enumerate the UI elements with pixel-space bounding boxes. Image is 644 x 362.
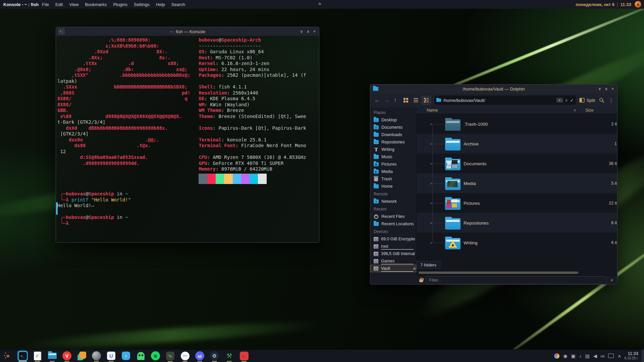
menubar-item-plugins[interactable]: Plugins (113, 2, 127, 7)
search-icon[interactable] (599, 98, 604, 103)
close-button[interactable]: × (611, 86, 614, 91)
filter-close-icon[interactable]: × (609, 278, 614, 283)
menubar-item-edit[interactable]: Edit (55, 2, 63, 7)
tray-expander-icon[interactable]: ∧ (618, 354, 621, 358)
display-icon[interactable] (608, 354, 614, 358)
keyboard-layout-indicator[interactable]: us (601, 354, 605, 358)
place-writing[interactable]: TWriting (370, 146, 416, 153)
menubar-item-help[interactable]: Help (156, 2, 165, 7)
file-row-trash-1000[interactable]: ›.Trash-10002 it (417, 114, 617, 134)
place-network[interactable]: Network (370, 198, 416, 205)
place-root[interactable]: root (370, 243, 416, 250)
menubar-item-settings[interactable]: Settings (134, 2, 150, 7)
expand-arrow-icon[interactable]: › (430, 122, 432, 126)
place-games[interactable]: Games (370, 257, 416, 265)
expand-arrow-icon[interactable]: › (430, 221, 432, 225)
location-bar[interactable]: /home/bubovax/Vault/ × ∨ ✓ (434, 96, 576, 105)
location-confirm-icon[interactable]: ✓ (570, 98, 574, 103)
color-picker-icon[interactable] (554, 353, 559, 359)
column-header[interactable]: Name ∧ Size (417, 107, 617, 114)
taskbar-steam[interactable]: ⚙ (209, 351, 220, 361)
taskbar-system-monitor[interactable]: ∿ (165, 351, 175, 361)
user-avatar[interactable]: ♟ (635, 1, 641, 8)
expand-arrow-icon[interactable]: › (430, 161, 432, 166)
file-row-writing[interactable]: ›Writing6 it (417, 233, 617, 252)
minimize-button[interactable]: ∨ (598, 86, 601, 91)
menubar-clock[interactable]: понеделник, окт 6 | 11:33 (576, 2, 631, 7)
volume-icon[interactable]: ◀ (593, 354, 597, 358)
place-recent-files[interactable]: Recent Files (370, 213, 416, 220)
sort-ascending-icon[interactable]: ∧ (574, 108, 576, 112)
list-view-button[interactable] (412, 96, 420, 104)
icons-view-button[interactable] (401, 96, 410, 104)
taskbar-vivaldi-browser[interactable]: V (62, 351, 72, 361)
place-vault[interactable]: Vault (370, 265, 416, 272)
taskbar-discover-store[interactable]: › (121, 351, 131, 361)
horizontal-scrollbar[interactable] (419, 272, 578, 274)
taskbar-ghost-app[interactable] (136, 351, 146, 361)
maximize-button[interactable]: ∧ (605, 86, 608, 91)
column-size[interactable]: Size (585, 108, 593, 113)
place-pictures[interactable]: Pictures (370, 161, 416, 168)
forward-button[interactable]: → (382, 97, 392, 104)
place-documents[interactable]: Documents (370, 124, 416, 131)
file-row-archive[interactable]: ›Archive1 (417, 134, 617, 154)
place-music[interactable]: Music (370, 153, 416, 161)
up-button[interactable]: ↑ (392, 97, 399, 104)
taskbar-layers-app[interactable] (76, 351, 87, 361)
lock-icon[interactable] (419, 279, 423, 282)
filter-input[interactable] (426, 276, 606, 284)
place-downloads[interactable]: Downloads (370, 131, 416, 138)
taskbar-garuda-assistant[interactable]: ⚒ (224, 351, 234, 361)
expand-arrow-icon[interactable]: › (430, 181, 432, 186)
unmount-icon[interactable] (413, 267, 416, 270)
column-divider[interactable] (582, 108, 582, 113)
location-path[interactable]: /home/bubovax/Vault/ (443, 98, 554, 103)
show-desktop-button[interactable] (642, 350, 644, 362)
column-name[interactable]: Name (427, 108, 438, 113)
taskbar-stone-app[interactable] (91, 351, 102, 361)
place-69-0-gib-encrypte[interactable]: 69,0 GiB Encrypte... (370, 235, 416, 243)
details-view-button[interactable] (422, 96, 431, 105)
taskbar-konsole[interactable]: >_ (17, 351, 28, 361)
media-player-icon[interactable]: ♪ (579, 354, 582, 358)
menubar-item-file[interactable]: File (42, 2, 49, 7)
gamepad-icon[interactable]: ▣ (571, 354, 576, 358)
place-trash[interactable]: Trash (370, 175, 416, 183)
optical-disc-icon[interactable]: ◉ (563, 354, 567, 358)
taskbar-app-launcher[interactable]: » (3, 351, 13, 361)
place-media[interactable]: Media (370, 168, 416, 175)
place-desktop[interactable]: Desktop (370, 116, 416, 124)
minimize-button[interactable]: ∨ (300, 29, 303, 34)
split-button[interactable]: Split (579, 98, 595, 103)
expand-arrow-icon[interactable]: › (430, 240, 432, 245)
place-home[interactable]: Home (370, 183, 416, 190)
place-repositories[interactable]: Repositories (370, 138, 416, 146)
taskbar-notes-app[interactable]: ✓ (32, 351, 43, 361)
terminal-body[interactable]: .%;888:8898898: bubovax@Spaceship-Arch x… (56, 36, 319, 242)
menubar-item-search[interactable]: Search (171, 2, 185, 7)
maximize-button[interactable]: ∧ (307, 29, 310, 34)
file-row-pictures[interactable]: ›Pictures22 it (417, 193, 617, 213)
konsole-titlebar[interactable]: >_ ~ : fish — Konsole ∨∧× (56, 27, 319, 36)
taskbar-garuda-gamer[interactable]: >_ (239, 351, 249, 361)
taskbar-clock[interactable]: 11:33 6.10.25 г. (625, 351, 638, 360)
expand-arrow-icon[interactable]: › (430, 141, 432, 146)
taskbar-u-editor[interactable]: U (106, 351, 116, 361)
location-dropdown-icon[interactable]: ∨ (565, 98, 568, 103)
file-row-repositories[interactable]: ›Repositories6 it (417, 213, 617, 233)
menu-overflow-icon[interactable]: ⋮ (608, 97, 614, 104)
taskbar-discord[interactable]: ω (195, 351, 205, 361)
place-recent-locations[interactable]: Recent Locations (370, 220, 416, 228)
taskbar-spotify[interactable]: ≋ (150, 351, 161, 361)
clipboard-icon[interactable]: ▤ (585, 354, 590, 358)
file-row-documents[interactable]: ›Documents36 it (417, 154, 617, 173)
dolphin-titlebar[interactable]: /home/bubovax/Vault — Dolphin ∨∧× (370, 84, 617, 94)
file-row-media[interactable]: ›Media5 it (417, 173, 617, 193)
expand-arrow-icon[interactable]: › (430, 201, 432, 205)
place-396-5-gib-internal[interactable]: 396,5 GiB Internal ... (370, 250, 416, 257)
back-button[interactable]: ← (372, 97, 382, 104)
menubar-item-bookmarks[interactable]: Bookmarks (85, 2, 107, 7)
close-button[interactable]: × (313, 29, 316, 34)
clear-location-icon[interactable]: × (556, 98, 563, 103)
